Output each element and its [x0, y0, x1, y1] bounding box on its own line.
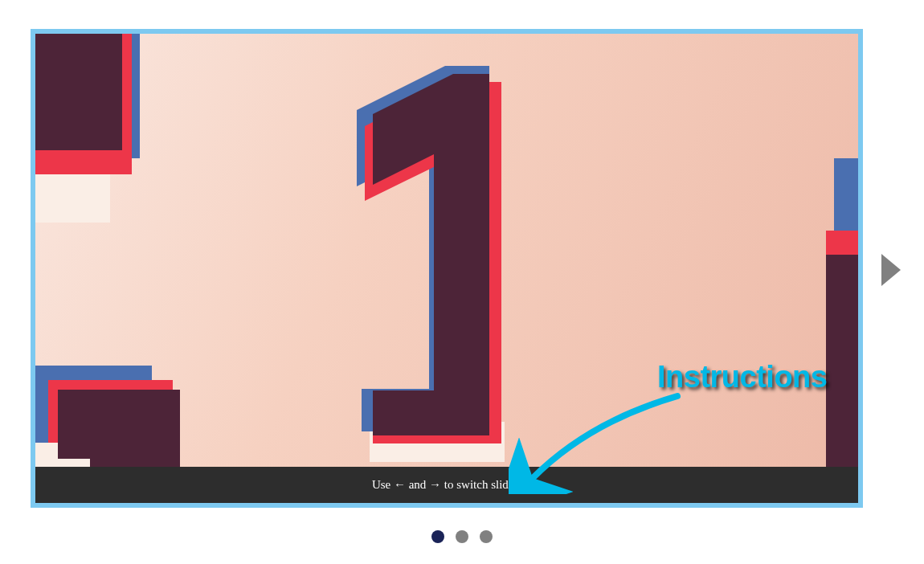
- chevron-right-icon: [880, 252, 904, 288]
- pagination-dots: [431, 530, 493, 543]
- slide-digit-one: [341, 66, 534, 452]
- next-slide-button[interactable]: [880, 252, 904, 288]
- instructions-text: Use ← and → to switch slides.: [372, 478, 521, 492]
- instructions-bar: Use ← and → to switch slides.: [35, 467, 858, 503]
- carousel-container: Use ← and → to switch slides.: [31, 29, 863, 508]
- pagination-dot-2[interactable]: [456, 530, 468, 543]
- decorative-shape-left-bottom: [35, 366, 180, 474]
- pagination-dot-3[interactable]: [480, 530, 493, 543]
- decorative-shape-right: [826, 158, 858, 472]
- annotation-label: Instructions: [657, 360, 827, 394]
- pagination-dot-1[interactable]: [431, 530, 444, 543]
- decorative-shape-left-top: [35, 34, 156, 243]
- slide-1: Use ← and → to switch slides.: [35, 34, 858, 503]
